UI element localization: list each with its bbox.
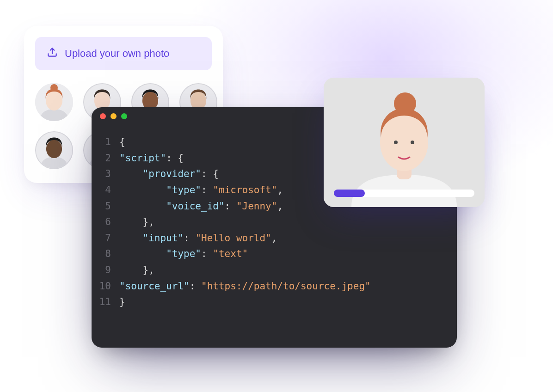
code-line: 6 }, [92,214,457,230]
line-number: 3 [92,166,119,182]
code-line: 11} [92,294,457,310]
close-icon[interactable] [100,113,106,119]
minimize-icon[interactable] [111,113,117,119]
code-content: "type": "text" [119,246,248,262]
preview-card [324,78,485,207]
upload-photo-button[interactable]: Upload your own photo [35,37,212,70]
svg-point-1 [46,91,62,110]
line-number: 4 [92,182,119,198]
line-number: 7 [92,230,119,246]
code-content: "source_url": "https://path/to/source.jp… [119,278,371,294]
maximize-icon[interactable] [121,113,127,119]
code-line: 9 }, [92,262,457,278]
code-content: }, [119,214,154,230]
code-content: } [119,294,125,310]
code-content: "provider": { [119,166,219,182]
svg-point-22 [411,141,414,144]
code-content: { [119,134,125,150]
progress-fill [334,190,365,197]
line-number: 10 [92,278,119,294]
line-number: 1 [92,134,119,150]
line-number: 11 [92,294,119,310]
code-line: 10"source_url": "https://path/to/source.… [92,278,457,294]
code-content: "input": "Hello world", [119,230,277,246]
progress-bar[interactable] [334,190,474,197]
svg-point-2 [50,84,58,92]
line-number: 6 [92,214,119,230]
line-number: 9 [92,262,119,278]
avatar-5[interactable] [35,131,73,169]
svg-point-19 [380,114,428,171]
preview-image [324,78,485,207]
svg-point-10 [46,140,62,158]
upload-photo-label: Upload your own photo [65,48,169,60]
code-content: }, [119,262,154,278]
code-content: "voice_id": "Jenny", [119,198,283,214]
upload-icon [46,46,58,61]
line-number: 2 [92,150,119,166]
svg-rect-0 [35,83,73,121]
line-number: 5 [92,198,119,214]
code-content: "script": { [119,150,184,166]
avatar-1[interactable] [35,83,73,121]
code-line: 7 "input": "Hello world", [92,230,457,246]
svg-point-20 [394,92,416,115]
line-number: 8 [92,246,119,262]
code-line: 8 "type": "text" [92,246,457,262]
svg-point-21 [394,141,398,144]
code-content: "type": "microsoft", [119,182,283,198]
